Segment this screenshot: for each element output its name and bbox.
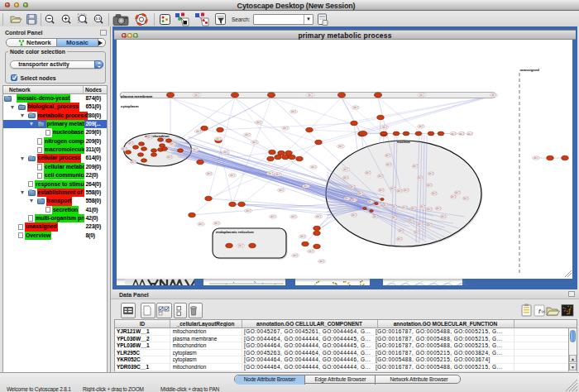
svg-text:abc1: abc1: [385, 154, 391, 157]
svg-text:abc1: abc1: [358, 192, 364, 195]
svg-text:abc1: abc1: [491, 93, 497, 97]
svg-text:abc1: abc1: [534, 156, 539, 160]
svg-text:abc1: abc1: [131, 160, 136, 164]
svg-text:endoplasmic reticulum: endoplasmic reticulum: [216, 230, 254, 234]
svg-text:abc1: abc1: [304, 184, 309, 188]
svg-text:abc1: abc1: [343, 168, 349, 171]
svg-text:abc1: abc1: [411, 207, 417, 210]
svg-text:abc1: abc1: [383, 203, 389, 207]
svg-text:abc1: abc1: [122, 147, 127, 151]
svg-text:abc1: abc1: [397, 189, 403, 193]
svg-text:abc1: abc1: [451, 132, 457, 136]
svg-text:abc1: abc1: [193, 148, 199, 151]
svg-text:abc1: abc1: [399, 229, 404, 232]
svg-text:abc1: abc1: [432, 192, 438, 195]
svg-text:abc1: abc1: [455, 191, 461, 194]
svg-text:abc1: abc1: [441, 215, 447, 218]
svg-text:abc1: abc1: [245, 133, 251, 136]
svg-text:abc1: abc1: [252, 141, 258, 144]
svg-text:abc1: abc1: [467, 132, 473, 136]
svg-text:cytoplasm: cytoplasm: [121, 104, 139, 108]
svg-text:abc1: abc1: [459, 132, 465, 136]
svg-text:abc1: abc1: [128, 141, 134, 145]
svg-text:abc1: abc1: [419, 93, 425, 97]
svg-text:abc1: abc1: [283, 127, 289, 130]
svg-text:abc1: abc1: [373, 215, 379, 218]
svg-text:(x): (x): [542, 309, 546, 313]
svg-text:abc1: abc1: [308, 93, 313, 97]
svg-text:abc1: abc1: [300, 235, 306, 238]
svg-text:abc1: abc1: [311, 165, 317, 169]
svg-text:abc1: abc1: [413, 165, 419, 168]
svg-text:abc1: abc1: [414, 231, 420, 234]
svg-text:abc1: abc1: [270, 215, 276, 218]
svg-text:abc1: abc1: [382, 126, 388, 129]
svg-text:abc1: abc1: [338, 145, 344, 148]
svg-text:abc1: abc1: [214, 222, 220, 225]
svg-text:abc1: abc1: [418, 222, 423, 226]
svg-text:abc1: abc1: [409, 218, 414, 222]
svg-text:abc1: abc1: [418, 176, 423, 179]
svg-text:abc1: abc1: [366, 171, 371, 174]
svg-text:abc1: abc1: [170, 142, 176, 146]
svg-text:abc1: abc1: [316, 215, 322, 218]
svg-text:abc1: abc1: [352, 198, 357, 202]
svg-text:abc1: abc1: [386, 163, 392, 166]
svg-text:abc1: abc1: [291, 215, 297, 218]
svg-text:abc1: abc1: [279, 189, 285, 192]
svg-text:abc1: abc1: [194, 93, 200, 97]
svg-text:abc1: abc1: [343, 176, 349, 179]
svg-text:abc1: abc1: [216, 137, 222, 141]
svg-text:abc1: abc1: [147, 136, 153, 139]
svg-text:abc1: abc1: [309, 250, 314, 253]
svg-text:abc1: abc1: [275, 173, 281, 176]
svg-text:nucleus: nucleus: [397, 140, 410, 144]
svg-text:abc1: abc1: [319, 260, 325, 263]
svg-text:abc1: abc1: [246, 209, 251, 213]
svg-text:abc1: abc1: [230, 174, 236, 177]
svg-text:abc1: abc1: [420, 205, 426, 208]
svg-text:abc1: abc1: [207, 172, 213, 175]
svg-text:abc1: abc1: [256, 121, 262, 124]
svg-text:abc1: abc1: [397, 237, 403, 241]
svg-text:abc1: abc1: [451, 195, 457, 198]
svg-text:abc1: abc1: [167, 155, 173, 159]
svg-text:abc1: abc1: [402, 206, 408, 209]
svg-text:unassigned: unassigned: [520, 68, 540, 72]
svg-text:abc1: abc1: [352, 213, 357, 217]
svg-text:abc1: abc1: [353, 106, 359, 109]
svg-text:abc1: abc1: [223, 151, 229, 154]
svg-text:abc1: abc1: [378, 174, 384, 178]
svg-text:abc1: abc1: [392, 216, 398, 219]
svg-text:abc1: abc1: [379, 189, 385, 192]
svg-text:abc1: abc1: [345, 197, 351, 200]
svg-text:plasma membrane: plasma membrane: [121, 94, 153, 98]
svg-text:abc1: abc1: [427, 184, 433, 187]
svg-text:abc1: abc1: [404, 189, 409, 192]
svg-text:abc1: abc1: [463, 197, 469, 200]
svg-text:abc1: abc1: [350, 185, 356, 189]
svg-text:abc1: abc1: [436, 207, 442, 210]
svg-text:abc1: abc1: [293, 254, 299, 257]
svg-text:abc1: abc1: [427, 223, 433, 227]
svg-text:abc1: abc1: [427, 208, 433, 211]
svg-text:abc1: abc1: [368, 200, 374, 203]
svg-text:abc1: abc1: [268, 172, 274, 175]
svg-text:1:1: 1:1: [96, 17, 102, 21]
svg-text:abc1: abc1: [199, 222, 204, 226]
svg-text:abc1: abc1: [428, 172, 434, 175]
svg-text:abc1: abc1: [291, 110, 297, 113]
svg-text:abc1: abc1: [238, 244, 244, 247]
svg-text:abc1: abc1: [196, 130, 202, 133]
svg-text:abc1: abc1: [419, 125, 424, 128]
svg-text:abc1: abc1: [390, 187, 396, 190]
svg-text:abc1: abc1: [392, 205, 398, 208]
